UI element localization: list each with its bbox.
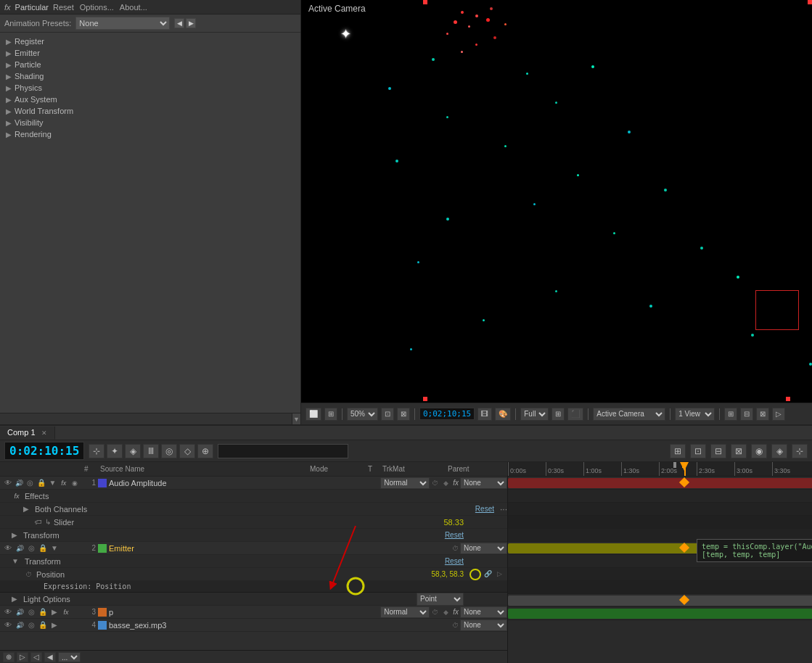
tl-icon-cam[interactable]: ◎	[161, 444, 177, 458]
viewport-display-btn[interactable]: ⊞	[324, 408, 337, 421]
grid-btn[interactable]: ⊞	[724, 408, 737, 421]
about-menu[interactable]: About...	[120, 3, 147, 12]
bottom-btn-4[interactable]: ◀	[44, 652, 56, 662]
layer-row-4[interactable]: 👁 🔊 ◎ 🔒 ▶ 4 basse_sexi.mp3 ⏱ None	[0, 619, 507, 632]
parent-dropdown-4[interactable]: None	[460, 619, 507, 631]
render-btn[interactable]: ▷	[772, 408, 785, 421]
stopwatch-icon-1[interactable]: ⏱	[430, 478, 440, 488]
tl-icon-shapes[interactable]: ◈	[125, 444, 141, 458]
tree-item-rendering[interactable]: ▶ Rendering	[0, 128, 300, 140]
motion-icon-1[interactable]: ◉	[70, 478, 80, 488]
tree-item-emitter[interactable]: ▶ Emitter	[0, 47, 300, 59]
tab-close-icon[interactable]: ✕	[41, 429, 47, 437]
zoom-fit2-btn[interactable]: ⊠	[397, 408, 410, 421]
audio-icon-4[interactable]: 🔊	[15, 620, 25, 630]
view-dropdown[interactable]: 1 View	[675, 408, 715, 421]
lock-icon-3[interactable]: 🔒	[38, 607, 48, 617]
tl-motion-icon[interactable]: ⊠	[731, 444, 747, 458]
overlay-btn[interactable]: ⊟	[740, 408, 753, 421]
visibility-icon-2[interactable]: 👁	[3, 543, 13, 553]
tl-icon-text[interactable]: Ⅲ	[143, 444, 159, 458]
solo-icon-2[interactable]: ◎	[26, 543, 36, 553]
tl-graph-icon[interactable]: ⊟	[710, 444, 726, 458]
fx-icon-3[interactable]: fx	[61, 607, 71, 617]
lock-icon-1[interactable]: 🔒	[36, 478, 46, 488]
parent-dropdown-1[interactable]: None	[460, 477, 507, 489]
audio-icon-1[interactable]: 🔊	[14, 478, 23, 488]
position-link-icon[interactable]: 🔗	[483, 569, 493, 579]
collapse-icon-1[interactable]: ▼	[48, 478, 57, 488]
options-menu[interactable]: Options...	[80, 3, 114, 12]
scroll-down-arrow[interactable]: ▼	[292, 413, 300, 424]
bottom-btn-1[interactable]: ⊕	[3, 652, 15, 662]
bottom-btn-3[interactable]: ◁	[30, 652, 42, 662]
lock-icon-2[interactable]: 🔒	[38, 543, 48, 553]
parent-dropdown-2[interactable]: None	[460, 543, 507, 554]
transform-arrow-2[interactable]: ▼	[12, 557, 19, 565]
timeline-tab-comp1[interactable]: Comp 1 ✕	[0, 427, 55, 440]
transform-reset-1[interactable]: Reset	[445, 531, 464, 539]
layer-row-3[interactable]: 👁 🔊 ◎ 🔒 ▶ fx 3 p Normal ⏱	[0, 606, 507, 619]
tl-icon-pen[interactable]: ✦	[107, 444, 123, 458]
both-channels-arrow[interactable]: ▶	[23, 505, 29, 513]
bottom-dropdown[interactable]: ...	[58, 652, 81, 662]
parent-dropdown-3[interactable]: None	[460, 606, 507, 618]
timeline-timecode[interactable]: 0:02:10:15	[4, 442, 84, 460]
visibility-icon-1[interactable]: 👁	[3, 478, 12, 488]
transform-arrow-1[interactable]: ▶	[12, 531, 17, 539]
tl-icon-light[interactable]: ◇	[179, 444, 195, 458]
fx-icon-1[interactable]: fx	[59, 478, 68, 488]
solo-icon-3[interactable]: ◎	[26, 607, 36, 617]
collapse-icon-3[interactable]: ▶	[49, 607, 60, 617]
transform-reset-2[interactable]: Reset	[445, 557, 464, 565]
zoom-fit-btn[interactable]: ⊡	[381, 408, 394, 421]
position-stopwatch[interactable]: ⏱	[23, 569, 33, 580]
tl-track-icon[interactable]: ⊹	[792, 444, 808, 458]
stopwatch-icon-2[interactable]: ⏱	[450, 543, 460, 553]
info-btn[interactable]: 🎞	[477, 408, 492, 421]
solo-icon-4[interactable]: ◎	[26, 620, 36, 630]
position-value[interactable]: 58,3, 58.3	[432, 570, 464, 578]
keyframe-icon-3[interactable]: ◆	[440, 607, 451, 617]
keyframe-icon-1[interactable]: ◆	[440, 478, 451, 488]
collapse-icon-2[interactable]: ▼	[49, 543, 60, 553]
draft-btn[interactable]: ⬛	[567, 408, 583, 421]
light-options-dropdown[interactable]: Point	[417, 593, 464, 606]
tl-puppet-icon[interactable]: ◈	[771, 444, 787, 458]
lock-icon-4[interactable]: 🔒	[38, 620, 48, 630]
expression-circle[interactable]	[469, 569, 481, 580]
tree-item-shading[interactable]: ▶ Shading	[0, 70, 300, 82]
visibility-icon-3[interactable]: 👁	[3, 607, 13, 617]
timeline-search[interactable]	[218, 444, 348, 458]
tree-item-aux-system[interactable]: ▶ Aux System	[0, 94, 300, 105]
solo-icon-1[interactable]: ◎	[25, 478, 35, 488]
tl-newcomp-icon[interactable]: ⊡	[690, 444, 706, 458]
audio-icon-2[interactable]: 🔊	[15, 543, 25, 553]
stopwatch-icon-4[interactable]: ⏱	[450, 620, 460, 630]
quality-toggle-btn[interactable]: ⊞	[551, 408, 565, 421]
slider-value[interactable]: 58.33	[443, 518, 464, 527]
tree-item-particle[interactable]: ▶ Particle	[0, 59, 300, 70]
zoom-dropdown[interactable]: 50%	[347, 408, 378, 421]
collapse-icon-4[interactable]: ▶	[49, 620, 60, 630]
tree-item-register[interactable]: ▶ Register	[0, 36, 300, 47]
reset-menu[interactable]: Reset	[53, 3, 74, 12]
tl-transfer-icon[interactable]: ⊞	[670, 444, 686, 458]
snap-btn[interactable]: ⊠	[756, 408, 769, 421]
tl-icon-select[interactable]: ⊹	[89, 444, 104, 458]
tree-item-visibility[interactable]: ▶ Visibility	[0, 117, 300, 128]
bottom-btn-2[interactable]: ▷	[17, 652, 28, 662]
color-btn[interactable]: 🎨	[495, 408, 511, 421]
position-play-icon[interactable]: ▷	[494, 569, 504, 579]
mode-dropdown-1[interactable]: Normal	[380, 477, 430, 489]
quality-dropdown[interactable]: Full	[520, 408, 549, 421]
nav-prev-arrow[interactable]: ◀	[174, 18, 184, 28]
camera-dropdown[interactable]: Active Camera	[593, 408, 665, 421]
visibility-icon-4[interactable]: 👁	[3, 620, 13, 630]
mode-dropdown-3[interactable]: Normal	[380, 606, 430, 618]
presets-dropdown[interactable]: None	[75, 17, 170, 30]
both-channels-reset[interactable]: Reset	[475, 505, 494, 513]
tree-item-physics[interactable]: ▶ Physics	[0, 82, 300, 94]
tl-paint-icon[interactable]: ◉	[751, 444, 767, 458]
layer-row-1[interactable]: 👁 🔊 ◎ 🔒 ▼ fx ◉ 1 Audio Amplitude Normal	[0, 477, 507, 490]
